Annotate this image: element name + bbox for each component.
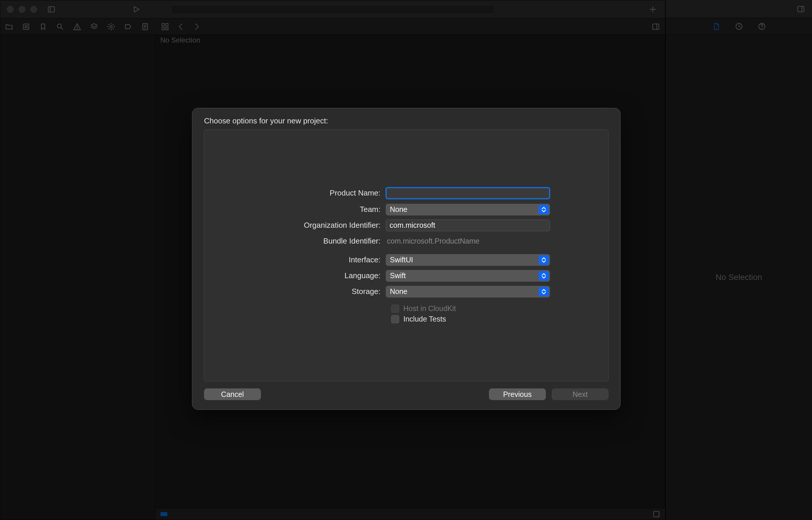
cloudkit-checkbox: [391, 305, 399, 313]
next-button: Next: [552, 388, 608, 400]
language-label: Language:: [245, 271, 386, 280]
include-tests-checkbox[interactable]: [391, 315, 399, 323]
org-id-label: Organization Identifier:: [245, 221, 386, 230]
language-select-value: Swift: [390, 271, 406, 280]
interface-select-value: SwiftUI: [390, 256, 413, 264]
team-select-value: None: [390, 205, 408, 214]
cancel-button[interactable]: Cancel: [204, 388, 261, 400]
team-label: Team:: [245, 205, 386, 214]
stepper-arrows-icon: [539, 255, 549, 265]
cloudkit-checkbox-label: Host in CloudKit: [403, 304, 456, 313]
stepper-arrows-icon: [539, 271, 549, 281]
team-select[interactable]: None: [386, 204, 550, 215]
new-project-options-dialog: Choose options for your new project: Pro…: [192, 108, 621, 410]
stepper-arrows-icon: [539, 205, 549, 214]
dialog-button-row: Cancel Previous Next: [204, 388, 608, 400]
language-select[interactable]: Swift: [386, 270, 550, 282]
include-tests-checkbox-label: Include Tests: [403, 315, 446, 323]
product-name-input[interactable]: [386, 187, 550, 199]
stepper-arrows-icon: [539, 287, 549, 296]
interface-label: Interface:: [245, 255, 386, 264]
org-id-input[interactable]: [386, 219, 550, 231]
storage-select-value: None: [390, 287, 408, 296]
product-name-label: Product Name:: [245, 188, 386, 198]
storage-select[interactable]: None: [386, 286, 550, 297]
dialog-title: Choose options for your new project:: [204, 116, 608, 126]
storage-label: Storage:: [245, 287, 386, 296]
previous-button[interactable]: Previous: [489, 388, 546, 400]
dialog-form-area: Product Name: Team: None: [204, 130, 608, 381]
bundle-id-label: Bundle Identifier:: [245, 237, 386, 245]
interface-select[interactable]: SwiftUI: [386, 254, 550, 266]
bundle-id-value: com.microsoft.ProductName: [386, 237, 550, 245]
